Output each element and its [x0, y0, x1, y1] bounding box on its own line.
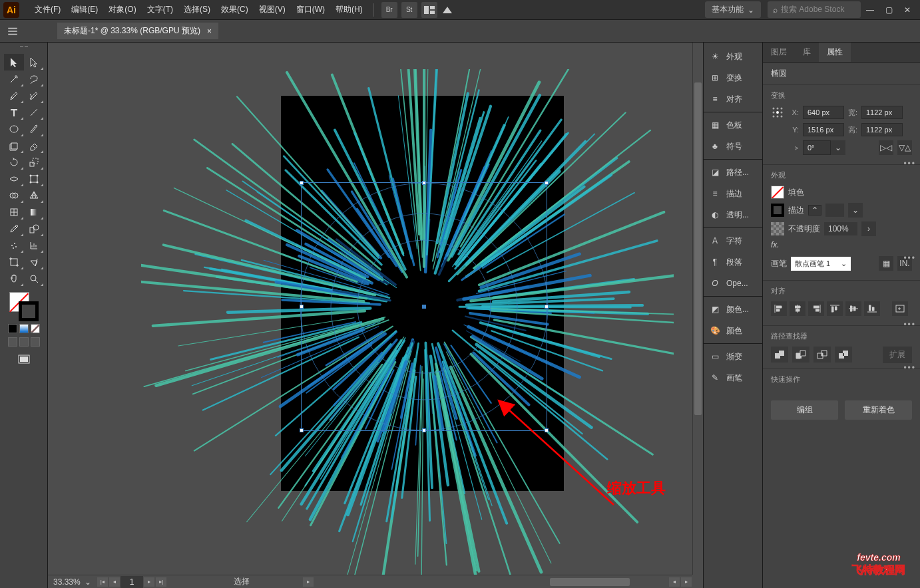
artboard-number[interactable]: 1	[120, 576, 144, 588]
workspace-dropdown[interactable]: 基本功能⌄	[705, 1, 761, 18]
scroll-right-button[interactable]: ▸	[681, 577, 692, 587]
align-vcenter-button[interactable]	[845, 301, 861, 316]
canvas[interactable]: 缩放工具 33.33%⌄ |◂ ◂ 1 ▸ ▸| 选择 ▸ ◂ ▸	[48, 43, 703, 588]
brush-dropdown[interactable]: 散点画笔 1⌄	[791, 257, 851, 271]
graph-tool[interactable]	[24, 237, 44, 253]
last-artboard-button[interactable]: ▸|	[156, 577, 166, 587]
section-menu[interactable]: •••	[903, 253, 916, 263]
draw-inside[interactable]	[31, 337, 40, 347]
screen-mode-tool[interactable]	[14, 351, 34, 367]
align-hcenter-button[interactable]	[790, 301, 805, 316]
flip-horizontal-button[interactable]: ▷◁	[879, 140, 893, 155]
perspective-tool[interactable]	[24, 187, 44, 204]
height-input[interactable]	[861, 123, 903, 136]
x-input[interactable]	[803, 106, 844, 119]
gradient-panel-btn[interactable]: ▭渐变	[704, 346, 762, 367]
menu-select[interactable]: 选择(S)	[178, 4, 216, 15]
opacity-swatch[interactable]	[771, 222, 784, 235]
none-mode[interactable]	[31, 324, 40, 333]
brush-tool[interactable]	[24, 120, 44, 137]
pathfinder-unite[interactable]	[771, 347, 788, 363]
color-swatches[interactable]	[9, 292, 39, 321]
bridge-icon[interactable]: Br	[381, 2, 397, 18]
pathfinder-panel-btn[interactable]: ◪路径...	[704, 162, 762, 183]
type-tool[interactable]	[4, 104, 24, 120]
stroke-weight-input[interactable]: ⌃	[808, 205, 821, 216]
angle-input[interactable]	[803, 140, 831, 155]
gpu-icon[interactable]	[439, 5, 455, 15]
pathfinder-minus-front[interactable]	[792, 347, 809, 363]
scale-tool[interactable]	[24, 154, 44, 170]
stroke-profile[interactable]	[825, 204, 844, 217]
panel-handle[interactable]	[14, 46, 34, 51]
width-tool[interactable]	[4, 170, 24, 187]
zoom-tool[interactable]	[24, 270, 44, 287]
menu-window[interactable]: 窗口(W)	[291, 4, 330, 15]
scroll-left-button[interactable]: ◂	[669, 577, 680, 587]
recolor-button[interactable]: 重新着色	[845, 400, 912, 420]
search-input[interactable]: ⌕搜索 Adobe Stock	[768, 1, 861, 18]
hand-tool[interactable]	[4, 270, 24, 287]
angle-dropdown[interactable]: ⌄	[831, 140, 845, 155]
align-right-button[interactable]	[808, 301, 824, 316]
menu-edit[interactable]: 编辑(E)	[66, 4, 103, 15]
opacity-dropdown[interactable]: ›	[861, 221, 876, 236]
colorguide-panel-btn[interactable]: ◩颜色...	[704, 299, 762, 320]
shaper-tool[interactable]	[4, 137, 24, 154]
align-top-button[interactable]	[827, 301, 843, 316]
free-transform-tool[interactable]	[24, 170, 44, 187]
gradient-tool[interactable]	[24, 204, 44, 220]
fx-button[interactable]: fx.	[771, 240, 780, 249]
ellipse-tool[interactable]	[4, 120, 24, 137]
stroke-panel-btn[interactable]: ≡描边	[704, 183, 762, 204]
width-input[interactable]	[861, 106, 903, 119]
menu-file[interactable]: 文件(F)	[29, 4, 66, 15]
vertical-scrollbar[interactable]	[692, 43, 703, 575]
align-to-button[interactable]	[892, 301, 908, 316]
section-menu[interactable]: •••	[903, 363, 916, 372]
transparency-panel-btn[interactable]: ◐透明...	[704, 204, 762, 225]
align-left-button[interactable]	[771, 301, 787, 316]
pathfinder-expand[interactable]: 扩展	[883, 347, 912, 363]
pathfinder-intersect[interactable]	[813, 347, 831, 363]
document-tab[interactable]: 未标题-1* @ 33.33% (RGB/GPU 预览) ×	[57, 23, 218, 39]
flip-vertical-button[interactable]: ▽△	[897, 140, 912, 155]
menu-help[interactable]: 帮助(H)	[330, 4, 368, 15]
draw-normal[interactable]	[8, 337, 17, 347]
first-artboard-button[interactable]: |◂	[97, 577, 108, 587]
stroke-profile-dropdown[interactable]: ⌄	[848, 203, 863, 218]
pen-tool[interactable]	[4, 87, 24, 104]
y-input[interactable]	[803, 123, 844, 136]
symbols-panel-btn[interactable]: ♣符号	[704, 136, 762, 157]
draw-behind[interactable]	[19, 337, 29, 347]
appearance-panel-btn[interactable]: ☀外观	[704, 46, 762, 67]
artboard-tool[interactable]	[4, 253, 24, 270]
stock-icon[interactable]: St	[401, 2, 417, 18]
menu-type[interactable]: 文字(T)	[142, 4, 178, 15]
magic-wand-tool[interactable]	[4, 71, 24, 87]
gradient-mode[interactable]	[19, 324, 29, 333]
rotate-tool[interactable]	[4, 154, 24, 170]
paragraph-panel-btn[interactable]: ¶段落	[704, 251, 762, 273]
close-button[interactable]: ✕	[898, 3, 917, 17]
menu-effect[interactable]: 效果(C)	[216, 4, 254, 15]
properties-tab[interactable]: 属性	[819, 43, 851, 62]
libraries-tab[interactable]: 库	[795, 43, 819, 62]
curvature-tool[interactable]	[24, 87, 44, 104]
blend-tool[interactable]	[24, 220, 44, 237]
slice-tool[interactable]	[24, 253, 44, 270]
horizontal-scrollbar[interactable]	[317, 578, 666, 586]
align-bottom-button[interactable]	[864, 301, 880, 316]
reference-point[interactable]	[771, 106, 786, 119]
direct-selection-tool[interactable]	[24, 54, 44, 71]
menu-view[interactable]: 视图(V)	[254, 4, 291, 15]
opacity-input[interactable]: 100%	[824, 222, 857, 235]
eyedropper-tool[interactable]	[4, 220, 24, 237]
pathfinder-exclude[interactable]	[835, 347, 852, 363]
line-tool[interactable]	[24, 104, 44, 120]
play-button[interactable]: ▸	[303, 577, 314, 587]
eraser-tool[interactable]	[24, 137, 44, 154]
fill-swatch[interactable]	[771, 186, 784, 199]
solid-color-mode[interactable]	[8, 324, 17, 333]
opentype-panel-btn[interactable]: OOpe...	[704, 273, 762, 294]
